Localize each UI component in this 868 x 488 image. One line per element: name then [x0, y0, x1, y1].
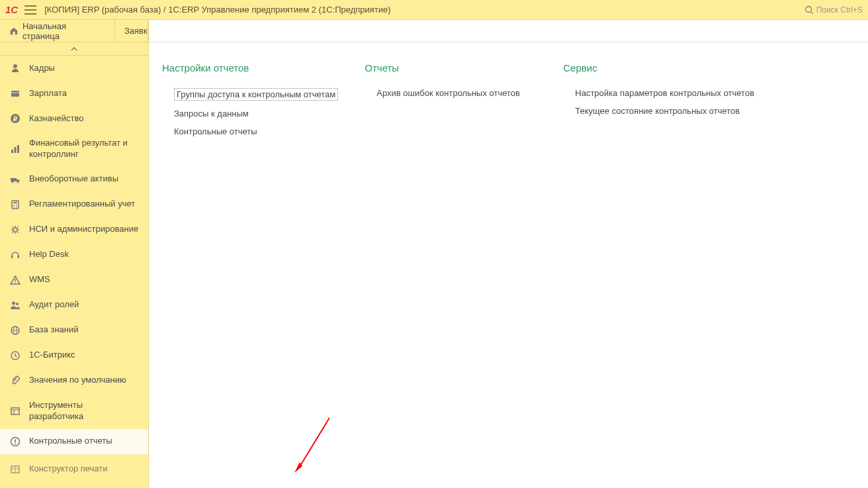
sidebar-item-9[interactable]: Аудит ролей — [0, 293, 148, 318]
tabs-row: Начальная страница Заявки — [0, 20, 148, 42]
section-links: Настройка параметров контрольных отчетов… — [563, 88, 754, 116]
section-title: Отчеты — [365, 62, 537, 73]
bars-icon — [9, 143, 21, 155]
sidebar-item-6[interactable]: НСИ и администрирование — [0, 217, 148, 242]
card-icon — [9, 87, 21, 99]
sidebar-item-label: Казначейство — [29, 113, 83, 124]
headset-icon — [9, 249, 21, 261]
svg-rect-10 — [11, 178, 17, 181]
second-tab[interactable]: Заявки — [115, 20, 148, 42]
section-link[interactable]: Архив ошибок контрольных отчетов — [376, 88, 537, 98]
sections: Настройки отчетовГруппы доступа к контро… — [149, 42, 868, 136]
sidebar-item-label: 1С-Битрикс — [29, 350, 75, 361]
section-0: Настройки отчетовГруппы доступа к контро… — [162, 62, 338, 136]
section-1: ОтчетыАрхив ошибок контрольных отчетов — [365, 62, 537, 136]
section-title: Сервис — [563, 62, 754, 73]
chevron-up-icon — [71, 47, 77, 51]
sidebar-item-8[interactable]: WMS — [0, 268, 148, 293]
section-links: Группы доступа к контрольным отчетамЗапр… — [162, 88, 338, 136]
svg-rect-20 — [11, 256, 13, 258]
hamburger-menu-icon[interactable] — [24, 5, 36, 15]
main-area: Настройки отчетовГруппы доступа к контро… — [149, 20, 868, 488]
sidebar-item-label: Аудит ролей — [29, 299, 79, 311]
sidebar-item-11[interactable]: 1С-Битрикс — [0, 343, 148, 368]
home-tab-label: Начальная страница — [22, 21, 105, 41]
clip-icon — [9, 375, 21, 387]
search-placeholder: Поиск Ctrl+S — [816, 5, 863, 15]
svg-rect-3 — [11, 91, 19, 97]
svg-point-23 — [15, 282, 16, 283]
svg-rect-7 — [11, 150, 13, 153]
svg-rect-21 — [18, 256, 20, 258]
section-link[interactable]: Группы доступа к контрольным отчетам — [174, 88, 338, 101]
svg-line-39 — [298, 418, 329, 469]
svg-rect-4 — [11, 92, 19, 93]
sidebar-item-label: Инструменты разработчика — [29, 400, 139, 422]
sidebar-item-13[interactable]: Инструменты разработчика — [0, 393, 148, 429]
svg-rect-13 — [12, 201, 19, 209]
svg-rect-8 — [15, 147, 17, 153]
layout-icon — [9, 464, 21, 475]
svg-line-1 — [810, 11, 813, 14]
svg-point-12 — [17, 181, 19, 183]
section-link[interactable]: Контрольные отчеты — [174, 126, 338, 136]
truck-icon — [9, 173, 21, 185]
sidebar-item-7[interactable]: Help Desk — [0, 242, 148, 268]
sidebar-item-label: НСИ и администрирование — [29, 224, 138, 235]
section-link[interactable]: Запросы к данным — [174, 109, 338, 119]
warning-icon — [9, 274, 21, 286]
search-box[interactable]: Поиск Ctrl+S — [804, 5, 863, 15]
sidebar-collapse[interactable] — [0, 42, 148, 56]
home-tab[interactable]: Начальная страница — [0, 20, 115, 42]
sidebar-item-10[interactable]: База знаний — [0, 318, 148, 343]
nav-items: КадрыЗарплата₽КазначействоФинансовый рез… — [0, 56, 148, 488]
sidebar-item-label: Значения по умолчанию — [29, 375, 126, 386]
section-links: Архив ошибок контрольных отчетов — [365, 88, 537, 98]
sidebar-item-label: Help Desk — [29, 249, 69, 260]
gear-icon — [9, 224, 21, 236]
globe-icon — [9, 324, 21, 336]
sidebar-item-label: Конструктор печати — [29, 464, 108, 475]
main-tabs-border — [149, 20, 868, 42]
section-link[interactable]: Настройка параметров контрольных отчетов — [575, 88, 754, 98]
svg-point-35 — [15, 443, 16, 444]
sidebar-item-0[interactable]: Кадры — [0, 56, 148, 81]
people-icon — [9, 299, 21, 311]
svg-point-19 — [13, 228, 17, 232]
sidebar-item-12[interactable]: Значения по умолчанию — [0, 368, 148, 393]
svg-marker-40 — [294, 462, 302, 473]
home-icon — [9, 26, 19, 36]
svg-point-11 — [12, 181, 14, 183]
logo-1c: 1С — [5, 4, 18, 15]
sidebar-item-label: Внеоборотные активы — [29, 173, 118, 185]
sidebar: Начальная страница Заявки КадрыЗарплата₽… — [0, 20, 149, 488]
svg-point-25 — [16, 303, 19, 305]
svg-point-0 — [805, 6, 811, 12]
sidebar-item-2[interactable]: ₽Казначейство — [0, 106, 148, 131]
person-icon — [9, 62, 21, 74]
sidebar-item-1[interactable]: Зарплата — [0, 81, 148, 106]
svg-text:₽: ₽ — [13, 115, 18, 122]
svg-point-2 — [13, 64, 17, 68]
section-link[interactable]: Текущее состояние контрольных отчетов — [575, 106, 754, 116]
sidebar-item-15[interactable]: Конструктор печати — [0, 454, 148, 479]
svg-rect-9 — [17, 145, 19, 153]
sidebar-item-label: Кадры — [29, 63, 55, 74]
annotation-arrow — [293, 415, 333, 474]
sidebar-item-5[interactable]: Регламентированный учет — [0, 192, 148, 217]
svg-point-15 — [13, 205, 15, 206]
svg-rect-30 — [11, 408, 19, 415]
sidebar-item-label: Зарплата — [29, 88, 67, 99]
svg-point-17 — [13, 206, 15, 207]
svg-point-24 — [12, 301, 15, 305]
clock-icon — [9, 350, 21, 362]
calculator-icon — [9, 199, 21, 211]
exclaim-icon — [9, 436, 21, 448]
svg-point-18 — [16, 206, 17, 207]
search-icon — [804, 5, 814, 15]
sidebar-item-3[interactable]: Финансовый результат и контроллинг — [0, 131, 148, 167]
sidebar-item-4[interactable]: Внеоборотные активы — [0, 167, 148, 192]
sidebar-item-label: Финансовый результат и контроллинг — [29, 138, 139, 160]
svg-point-16 — [16, 205, 17, 206]
sidebar-item-14[interactable]: Контрольные отчеты — [0, 429, 148, 454]
